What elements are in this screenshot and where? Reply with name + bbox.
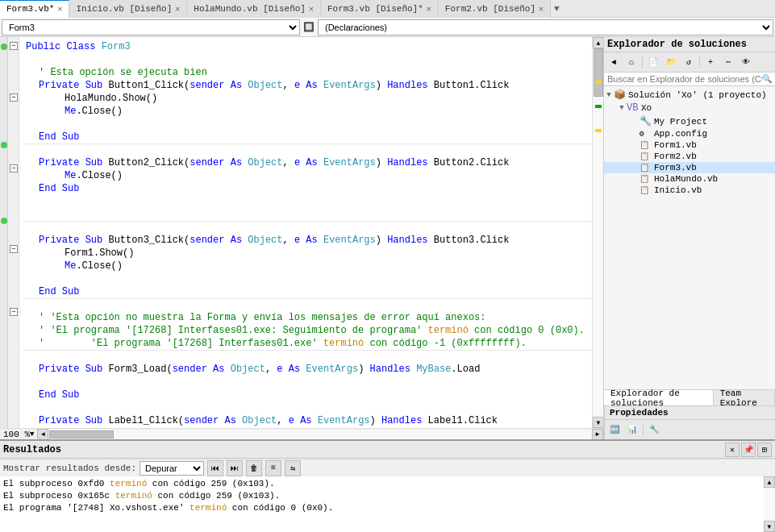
se-separator-2 bbox=[699, 56, 700, 69]
se-tree[interactable]: ▼ 📦 Solución 'Xo' (1 proyecto) ▼ VB Xo 🔧… bbox=[604, 86, 775, 389]
tree-form3vb[interactable]: 📋 Form3.vb bbox=[604, 162, 775, 173]
collapse-btn-3[interactable]: − bbox=[10, 164, 18, 172]
results-scrollbar[interactable]: ▲ ▼ bbox=[764, 476, 775, 532]
h-scroll-thumb[interactable] bbox=[49, 430, 114, 438]
collapse-btn-2[interactable]: − bbox=[10, 94, 18, 102]
code-line-comment-2: ' 'Esta opción no muestra la Forma y env… bbox=[23, 311, 592, 324]
results-line-2: El subproceso 0x165c terminó con código … bbox=[3, 490, 760, 502]
results-filter-dropdown[interactable]: Depurar bbox=[140, 461, 204, 476]
scroll-down-btn[interactable]: ▼ bbox=[593, 417, 603, 428]
code-line-blank-2 bbox=[23, 118, 592, 131]
code-line-blank-5 bbox=[23, 272, 592, 285]
tab-inicio-diseno[interactable]: Inicio.vb [Diseño] ✕ bbox=[69, 0, 187, 18]
object-method-bar: Form3 🔲 (Declaraciones) bbox=[0, 18, 775, 37]
se-tab-team-label: Team Explore bbox=[720, 389, 768, 408]
tab-form3vb[interactable]: Form3.vb* ✕ bbox=[0, 0, 69, 18]
code-sep-1 bbox=[23, 143, 592, 156]
tab-close-form2[interactable]: ✕ bbox=[539, 4, 544, 14]
se-tab-explorer-label: Explorador de soluciones bbox=[610, 389, 706, 408]
tab-close-inicio[interactable]: ✕ bbox=[175, 4, 180, 14]
h-scroll-track[interactable] bbox=[49, 430, 591, 439]
tab-holamundo-diseno[interactable]: HolaMundo.vb [Diseño] ✕ bbox=[187, 0, 321, 18]
se-btn-back[interactable]: ◄ bbox=[606, 54, 622, 70]
tab-form2-diseno[interactable]: Form2.vb [Diseño] ✕ bbox=[439, 0, 551, 18]
tree-project[interactable]: ▼ VB Xo bbox=[604, 102, 775, 114]
tree-form2vb[interactable]: 📋 Form2.vb bbox=[604, 151, 775, 162]
tab-label: Form2.vb [Diseño] bbox=[445, 4, 535, 14]
collapse-btn-5[interactable]: − bbox=[10, 308, 18, 316]
se-btn-view[interactable]: 👁 bbox=[738, 54, 754, 70]
tab-bar: Form3.vb* ✕ Inicio.vb [Diseño] ✕ HolaMun… bbox=[0, 0, 775, 18]
tree-solution[interactable]: ▼ 📦 Solución 'Xo' (1 proyecto) bbox=[604, 88, 775, 102]
results-title: Resultados bbox=[3, 444, 61, 455]
tab-close-form3vb[interactable]: ✕ bbox=[57, 4, 62, 14]
se-btn-showfiles[interactable]: 📁 bbox=[663, 54, 679, 70]
code-line-endsub-3: End Sub bbox=[23, 285, 592, 298]
tree-iniciovb[interactable]: 📋 Inicio.vb bbox=[604, 185, 775, 196]
tab-form3vb-diseno[interactable]: Form3.vb [Diseño]* ✕ bbox=[321, 0, 439, 18]
code-line-meclose-2: Me.Close() bbox=[23, 169, 592, 182]
se-btn-properties[interactable]: 📄 bbox=[645, 54, 661, 70]
se-btn-refresh[interactable]: ↺ bbox=[681, 54, 697, 70]
results-btn-3[interactable]: 🗑 bbox=[246, 460, 262, 476]
h-scroll-left-btn[interactable]: ◄ bbox=[37, 429, 48, 440]
results-body: El subproceso 0xfd0 terminó con código 2… bbox=[0, 476, 775, 532]
results-toolbar: Mostrar resultados desde: Depurar ⏮ ⏭ 🗑 … bbox=[0, 459, 775, 476]
se-title-text: Explorador de soluciones bbox=[607, 39, 747, 50]
zoom-dropdown[interactable]: ▼ bbox=[30, 430, 34, 438]
props-wrench[interactable]: 🔧 bbox=[646, 422, 662, 438]
object-selector[interactable]: Form3 bbox=[2, 19, 300, 35]
results-scroll-track[interactable] bbox=[764, 488, 775, 521]
results-scroll-down[interactable]: ▼ bbox=[764, 521, 775, 532]
props-sort-alpha[interactable]: 🔤 bbox=[606, 422, 623, 438]
code-line-comment-1: ' Esta opción se ejecuta bien bbox=[23, 66, 592, 79]
se-search-input[interactable] bbox=[607, 74, 762, 84]
results-close-btn[interactable]: ✕ bbox=[725, 443, 740, 457]
solution-label: Solución 'Xo' (1 proyecto) bbox=[628, 90, 767, 100]
tree-myproject[interactable]: 🔧 My Project bbox=[604, 114, 775, 128]
tree-form1vb[interactable]: 📋 Form1.vb bbox=[604, 139, 775, 151]
props-sep bbox=[643, 423, 644, 436]
h-scroll-right-btn[interactable]: ► bbox=[592, 429, 603, 440]
method-selector[interactable]: (Declaraciones) bbox=[318, 19, 773, 35]
form2vb-label: Form2.vb bbox=[654, 152, 697, 161]
results-dock-btn[interactable]: ⊞ bbox=[757, 443, 772, 457]
properties-panel: Propiedades 🔤 📊 🔧 bbox=[604, 405, 775, 439]
code-line-btn2: Private Sub Button2_Click(sender As Obje… bbox=[23, 156, 592, 169]
yellow-marker-1 bbox=[595, 81, 602, 84]
results-panel: Resultados ✕ 📌 ⊞ Mostrar resultados desd… bbox=[0, 439, 775, 532]
results-scroll-up[interactable]: ▲ bbox=[764, 476, 775, 488]
collapse-btn-4[interactable]: − bbox=[10, 245, 18, 253]
se-btn-add[interactable]: + bbox=[702, 54, 719, 70]
results-btn-5[interactable]: ⇆ bbox=[285, 460, 301, 476]
results-pin-btn[interactable]: 📌 bbox=[741, 443, 756, 457]
scroll-track[interactable] bbox=[593, 48, 603, 417]
code-line-comment-4: ' 'El programa '[17268] Interfases01.exe… bbox=[23, 337, 592, 350]
code-content[interactable]: Public Class Form3 ' Esta opción se ejec… bbox=[19, 37, 592, 428]
tab-label: Form3.vb [Diseño]* bbox=[327, 4, 423, 14]
tree-holamundovb[interactable]: 📋 HolaMundo.vb bbox=[604, 173, 775, 185]
results-btn-1[interactable]: ⏮ bbox=[207, 460, 223, 476]
collapse-btn-1[interactable]: − bbox=[10, 42, 18, 50]
se-tab-team[interactable]: Team Explore bbox=[714, 390, 775, 405]
solution-icon: 📦 bbox=[614, 89, 627, 101]
editor-scrollbar[interactable]: ▲ ▼ bbox=[592, 37, 603, 428]
results-btn-4[interactable]: ≡ bbox=[265, 460, 281, 476]
props-sort-cat[interactable]: 📊 bbox=[624, 422, 640, 438]
se-tab-explorer[interactable]: Explorador de soluciones bbox=[604, 390, 714, 405]
results-btn-2[interactable]: ⏭ bbox=[227, 460, 243, 476]
tab-close-holamundo[interactable]: ✕ bbox=[309, 4, 314, 14]
project-label: Xo bbox=[641, 103, 652, 113]
results-text[interactable]: El subproceso 0xfd0 terminó con código 2… bbox=[0, 476, 764, 532]
tab-overflow-btn[interactable]: ▼ bbox=[551, 4, 563, 14]
solution-explorer: Explorador de soluciones ◄ ⌂ 📄 📁 ↺ + ⋯ 👁… bbox=[603, 37, 775, 439]
tab-close-form3diseno[interactable]: ✕ bbox=[427, 4, 431, 14]
se-btn-more[interactable]: ⋯ bbox=[720, 54, 736, 70]
code-line-form3load: Private Sub Form3_Load(sender As Object,… bbox=[23, 363, 592, 376]
scroll-up-btn[interactable]: ▲ bbox=[593, 37, 603, 48]
scroll-thumb[interactable] bbox=[594, 48, 603, 97]
se-btn-home[interactable]: ⌂ bbox=[623, 54, 640, 70]
code-line-blank-6 bbox=[23, 376, 592, 389]
tree-appconfig[interactable]: ⚙ App.config bbox=[604, 128, 775, 139]
code-line-blank-7 bbox=[23, 401, 592, 414]
